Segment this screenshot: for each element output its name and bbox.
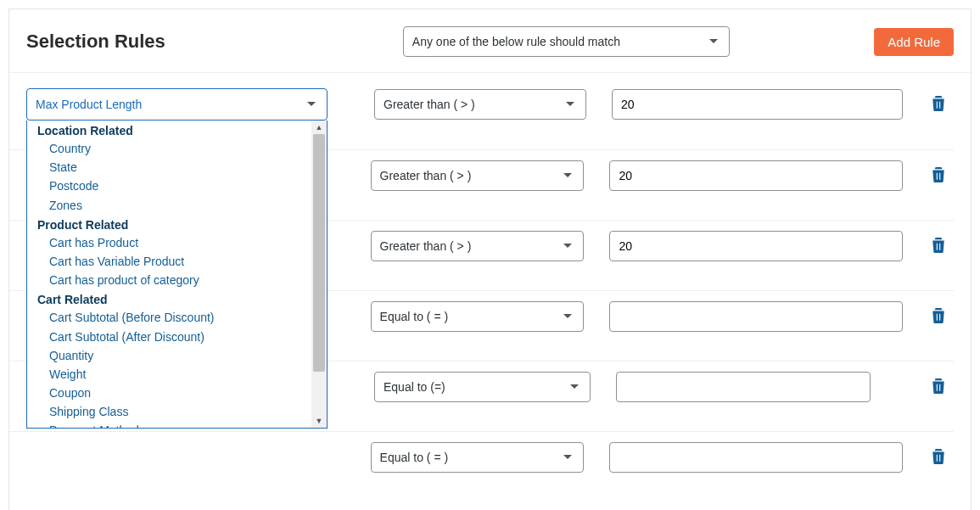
rule-row: Equal to ( = ) — [9, 432, 954, 502]
dropdown-item[interactable]: Shipping Class — [27, 402, 311, 421]
operator-select[interactable]: Equal to ( = ) — [371, 301, 585, 332]
trash-icon — [932, 238, 945, 253]
delete-rule-button[interactable] — [928, 305, 949, 329]
dropdown-item[interactable]: Payment Methods — [27, 421, 311, 428]
value-input[interactable] — [609, 442, 903, 473]
dropdown-item[interactable]: Cart Subtotal (After Discount) — [27, 328, 311, 346]
attribute-dropdown-list: Location RelatedCountryStatePostcodeZone… — [27, 120, 327, 428]
dropdown-item[interactable]: Cart Subtotal (Before Discount) — [27, 308, 311, 327]
attribute-cell: Max Product Length — [26, 88, 328, 120]
value-input[interactable] — [609, 301, 903, 332]
attribute-dropdown-panel[interactable]: Location RelatedCountryStatePostcodeZone… — [26, 120, 328, 429]
operator-select[interactable]: Greater than ( > ) — [371, 231, 585, 261]
dropdown-item[interactable]: Quantity — [27, 346, 311, 365]
dropdown-item[interactable]: State — [27, 158, 311, 177]
trash-icon — [932, 378, 945, 394]
operator-cell: Greater than ( > ) — [374, 89, 586, 120]
dropdown-item[interactable]: Zones — [27, 196, 311, 215]
dropdown-item[interactable]: Coupon — [27, 384, 311, 402]
trash-icon — [932, 96, 945, 111]
match-condition-select[interactable]: Any one of the below rule should match — [403, 26, 730, 57]
dropdown-item[interactable]: Country — [27, 139, 311, 158]
value-input[interactable] — [609, 231, 903, 261]
dropdown-item[interactable]: Cart has product of category — [27, 271, 311, 289]
add-rule-button[interactable]: Add Rule — [874, 28, 954, 56]
header-row: Selection Rules Any one of the below rul… — [9, 9, 971, 73]
scroll-up-arrow-icon[interactable]: ▲ — [311, 120, 327, 134]
delete-rule-button[interactable] — [928, 446, 949, 470]
section-title: Selection Rules — [26, 31, 165, 53]
selection-rules-panel: Selection Rules Any one of the below rul… — [8, 8, 972, 510]
operator-select[interactable]: Equal to ( = ) — [371, 442, 585, 473]
attribute-select[interactable]: Max Product Length — [26, 88, 328, 120]
trash-icon — [932, 167, 945, 182]
delete-rule-button[interactable] — [928, 234, 949, 259]
value-input[interactable] — [609, 160, 903, 191]
actions-cell — [928, 92, 954, 117]
dropdown-group-header: Location Related — [27, 120, 311, 139]
value-cell — [612, 89, 903, 120]
dropdown-group-header: Product Related — [27, 215, 311, 233]
scroll-down-arrow-icon[interactable]: ▼ — [311, 414, 327, 428]
value-input[interactable] — [612, 89, 903, 120]
operator-select[interactable]: Greater than ( > ) — [374, 89, 586, 120]
dropdown-item[interactable]: Weight — [27, 365, 311, 384]
dropdown-item[interactable]: Cart has Variable Product — [27, 252, 311, 271]
trash-icon — [932, 308, 945, 323]
attribute-select-value: Max Product Length — [36, 98, 142, 111]
operator-select[interactable]: Equal to (=) — [374, 372, 591, 402]
rules-area: Max Product Length Greater than ( > ) Lo… — [9, 73, 971, 510]
dropdown-scrollbar[interactable]: ▲ ▼ — [311, 120, 327, 428]
scroll-track[interactable] — [311, 134, 327, 414]
delete-rule-button[interactable] — [928, 164, 949, 188]
delete-rule-button[interactable] — [928, 375, 949, 400]
dropdown-item[interactable]: Cart has Product — [27, 233, 311, 252]
dropdown-group-header: Cart Related — [27, 289, 311, 308]
header-center: Any one of the below rule should match — [403, 26, 874, 57]
operator-select[interactable]: Greater than ( > ) — [371, 160, 585, 191]
dropdown-item[interactable]: Postcode — [27, 177, 311, 195]
delete-rule-button[interactable] — [928, 92, 949, 117]
value-input[interactable] — [616, 372, 871, 402]
trash-icon — [932, 449, 945, 464]
scroll-thumb[interactable] — [313, 134, 325, 372]
